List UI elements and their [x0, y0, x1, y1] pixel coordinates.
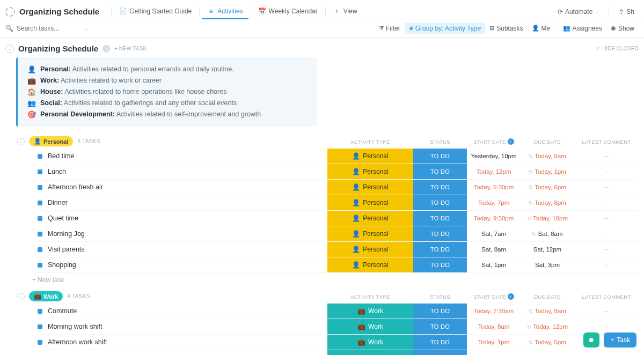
collapse-list-icon[interactable]: ⌄ [5, 45, 14, 53]
start-date-value[interactable]: Today, 9:30pm [474, 215, 514, 221]
add-column-button[interactable]: + [639, 293, 644, 300]
status-cell[interactable]: TO DO [413, 195, 467, 210]
task-row[interactable]: Afternoon fresh air👤PersonalTO DOToday, … [38, 180, 639, 195]
col-start-date[interactable]: START DATE ↑ [467, 293, 521, 300]
activity-type-cell[interactable]: 💼Work [327, 304, 413, 319]
chevron-down-icon[interactable]: ⌄ [84, 26, 89, 31]
view-tab-weekly-calendar[interactable]: 📅 Weekly Calendar [253, 4, 323, 19]
status-square-icon[interactable] [38, 309, 42, 314]
start-date-value[interactable]: Today, 7:30am [474, 308, 514, 314]
task-name-cell[interactable]: Lunch [38, 168, 327, 175]
col-status[interactable]: STATUS [413, 294, 467, 300]
col-activity-type[interactable]: ACTIVITY TYPE [327, 139, 413, 145]
latest-comment-cell[interactable]: – [574, 230, 639, 238]
activity-type-cell[interactable]: 💼Work [327, 319, 413, 334]
status-cell[interactable]: TO DO [413, 149, 467, 164]
status-cell[interactable]: TO DO [413, 350, 467, 355]
automate-button[interactable]: ⟳ Automate ⌄ [553, 6, 603, 18]
activity-type-cell[interactable]: 💼Work [327, 350, 413, 355]
start-date-value[interactable]: Sat, 1pm [481, 262, 506, 268]
start-date-value[interactable]: Sat, 7am [481, 231, 506, 237]
task-name-cell[interactable]: Morning work shift [38, 323, 327, 330]
task-name-cell[interactable]: Afternoon work shift [38, 338, 327, 346]
search-input[interactable] [17, 25, 81, 32]
group-by-button[interactable]: ◈Group by: Activity Type [405, 23, 486, 34]
status-cell[interactable]: TO DO [413, 257, 467, 272]
latest-comment-cell[interactable]: – [574, 215, 639, 222]
group-pill[interactable]: 👤Personal [29, 136, 73, 146]
task-row[interactable]: Morning work shift💼WorkTO DOToday, 8am↻T… [38, 319, 639, 335]
latest-comment-cell[interactable]: – [574, 261, 639, 269]
view-tab-activities[interactable]: ≡ Activities [202, 4, 248, 19]
task-name-cell[interactable]: Visit parents [38, 246, 327, 253]
activity-type-cell[interactable]: 👤Personal [327, 242, 413, 257]
status-square-icon[interactable] [38, 324, 42, 329]
status-cell[interactable]: TO DO [413, 211, 467, 226]
status-cell[interactable]: TO DO [413, 242, 467, 257]
start-date-value[interactable]: Today, 5:30pm [474, 184, 514, 190]
col-latest-comment[interactable]: LATEST COMMENT [574, 294, 639, 300]
start-date-cell[interactable]: Sat, 8am [467, 246, 521, 253]
start-date-cell[interactable]: Today, 7:30am [467, 308, 521, 314]
task-row[interactable]: Bed time👤PersonalTO DOYesterday, 10pm↻To… [38, 149, 639, 164]
status-cell[interactable]: TO DO [413, 180, 467, 195]
status-square-icon[interactable] [38, 340, 42, 345]
hide-closed-button[interactable]: ✓HIDE CLOSED [596, 46, 639, 51]
latest-comment-cell[interactable]: – [574, 168, 639, 175]
start-date-cell[interactable]: Today, 8am [467, 323, 521, 330]
activity-type-cell[interactable]: 👤Personal [327, 149, 413, 164]
status-square-icon[interactable] [38, 185, 42, 190]
start-date-cell[interactable]: Today, 7pm [467, 199, 521, 206]
start-date-cell[interactable]: Yesterday, 10pm [467, 153, 521, 159]
start-date-cell[interactable]: Today, 5:30pm [467, 184, 521, 190]
activity-type-cell[interactable]: 👤Personal [327, 164, 413, 179]
search-wrap[interactable]: 🔍 ⌄ [5, 25, 89, 32]
col-due-date[interactable]: DUE DATE [521, 139, 574, 145]
new-task-fab[interactable]: +Task [604, 332, 636, 347]
task-name-cell[interactable]: Shopping [38, 261, 327, 269]
task-row[interactable]: Commute💼WorkTO DO🗓↻Today, 5pm– [38, 350, 639, 355]
task-row[interactable]: Shopping👤PersonalTO DOSat, 1pmSat, 3pm– [38, 257, 639, 273]
status-square-icon[interactable] [38, 232, 42, 236]
activity-type-cell[interactable]: 👤Personal [327, 257, 413, 272]
record-clip-button[interactable]: ⏺ [583, 332, 599, 347]
col-status[interactable]: STATUS [413, 139, 467, 145]
start-date-cell[interactable]: Sat, 1pm [467, 262, 521, 268]
task-row[interactable]: Morning Jog👤PersonalTO DOSat, 7am↻Sat, 8… [38, 226, 639, 242]
due-date-cell[interactable]: Sat, 3pm [535, 262, 560, 268]
due-date-cell[interactable]: ↻Today, 12pm [527, 323, 568, 330]
collapse-group-icon[interactable]: ⌄ [17, 138, 25, 145]
filter-button[interactable]: ⧩Filter [375, 23, 405, 34]
due-date-cell[interactable]: ↻Today, 6pm [529, 184, 566, 190]
col-latest-comment[interactable]: LATEST COMMENT [574, 139, 639, 145]
subtasks-button[interactable]: ⊞Subtasks [485, 23, 527, 34]
due-date-cell[interactable]: ↻Sat, 8am [532, 231, 562, 237]
task-row[interactable]: Quiet time👤PersonalTO DOToday, 9:30pm↻To… [38, 211, 639, 226]
new-task-header-button[interactable]: + NEW TASK [114, 46, 147, 51]
status-cell[interactable]: TO DO [413, 335, 467, 350]
task-row[interactable]: Commute💼WorkTO DOToday, 7:30am↻Today, 8a… [38, 304, 639, 319]
col-start-date[interactable]: START DATE ↑ [467, 138, 521, 145]
start-date-value[interactable]: Today, 12pm [477, 168, 511, 175]
add-column-button[interactable]: + [639, 138, 644, 145]
status-square-icon[interactable] [38, 263, 42, 268]
status-square-icon[interactable] [38, 201, 42, 205]
status-cell[interactable]: TO DO [413, 319, 467, 334]
latest-comment-cell[interactable]: – [574, 152, 639, 160]
share-button[interactable]: ⇪ Sh [614, 6, 639, 18]
info-icon[interactable]: i [103, 45, 110, 53]
col-activity-type[interactable]: ACTIVITY TYPE [327, 294, 413, 300]
start-date-cell[interactable]: Today, 9:30pm [467, 215, 521, 221]
me-button[interactable]: 👤Me [528, 23, 555, 34]
add-view-button[interactable]: + View [328, 4, 363, 19]
collapse-group-icon[interactable]: ⌄ [17, 293, 25, 300]
start-date-cell[interactable]: Sat, 7am [467, 231, 521, 237]
due-date-cell[interactable]: ↻Today, 10pm [527, 215, 568, 221]
start-date-cell[interactable]: Today, 1pm [467, 339, 521, 345]
status-square-icon[interactable] [38, 247, 42, 252]
view-tab-getting-started[interactable]: 📄 Getting Started Guide [114, 4, 197, 19]
task-name-cell[interactable]: Afternoon fresh air [38, 183, 327, 191]
status-square-icon[interactable] [38, 154, 42, 159]
due-date-cell[interactable]: ↻Today, 8pm [529, 199, 566, 206]
start-date-value[interactable]: Today, 1pm [478, 339, 510, 345]
